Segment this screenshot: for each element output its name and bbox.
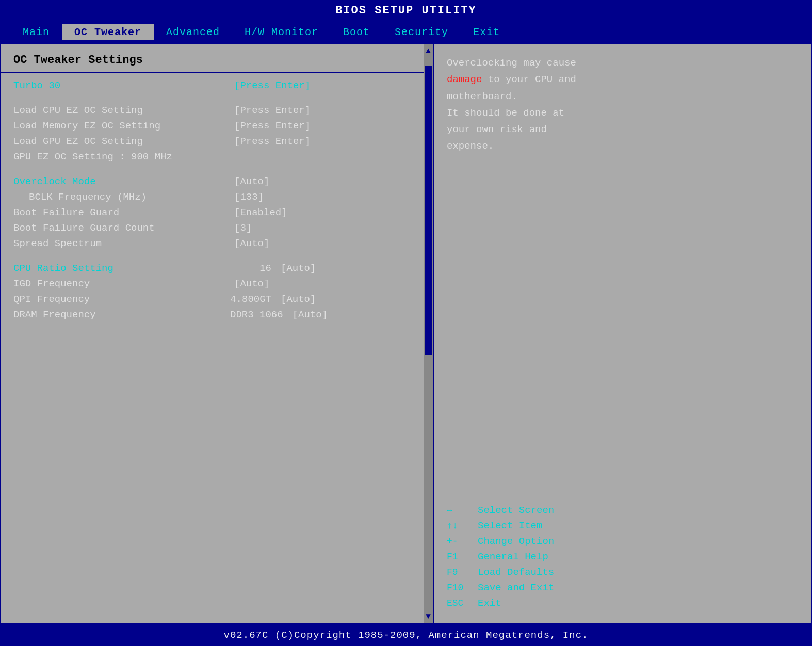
name-spread-spectrum: Spread Spectrum <box>13 238 230 249</box>
name-turbo30: Turbo 30 <box>13 80 230 91</box>
val-boot-guard: [Enabled] <box>234 207 287 218</box>
nav-boot[interactable]: Boot <box>331 24 382 40</box>
row-oc-mode[interactable]: Overclock Mode [Auto] <box>1 174 433 189</box>
extra-dram-freq: DDR3_1066 <box>230 309 283 320</box>
val-load-cpu: [Press Enter] <box>234 105 311 116</box>
val-dram-freq: [Auto] <box>293 309 328 320</box>
key-desc-select-item: Select Item <box>478 520 542 531</box>
scroll-arrow-down-icon[interactable]: ▼ <box>426 612 431 621</box>
name-gpu-ez: GPU EZ OC Setting : 900 MHz <box>13 151 230 163</box>
key-symbol-plusminus: +- <box>447 536 478 546</box>
help-red-damage: damage <box>447 74 482 85</box>
val-spread-spectrum: [Auto] <box>234 238 269 249</box>
nav-hw-monitor[interactable]: H/W Monitor <box>232 24 331 40</box>
val-igd-freq: [Auto] <box>234 278 269 289</box>
key-row-esc: ESC Exit <box>447 597 799 609</box>
scrollbar-thumb[interactable] <box>425 66 432 355</box>
help-line-4: It should be done at <box>447 107 564 119</box>
extra-qpi-freq: 4.800GT <box>230 294 271 305</box>
help-line-3: motherboard. <box>447 91 517 102</box>
nav-menu: Main OC Tweaker Advanced H/W Monitor Boo… <box>0 21 812 43</box>
key-symbol-f1: F1 <box>447 552 478 562</box>
name-oc-mode: Overclock Mode <box>13 176 230 187</box>
val-turbo30: [Press Enter] <box>234 80 311 91</box>
key-row-f9: F9 Load Defaults <box>447 567 799 578</box>
row-load-mem[interactable]: Load Memory EZ OC Setting [Press Enter] <box>1 118 433 134</box>
key-desc-select-screen: Select Screen <box>478 505 554 516</box>
name-cpu-ratio: CPU Ratio Setting <box>13 263 230 274</box>
nav-oc-tweaker[interactable]: OC Tweaker <box>62 24 154 40</box>
name-load-gpu: Load GPU EZ OC Setting <box>13 136 230 147</box>
name-load-cpu: Load CPU EZ OC Setting <box>13 105 230 116</box>
row-spread-spectrum[interactable]: Spread Spectrum [Auto] <box>1 236 433 251</box>
left-panel: OC Tweaker Settings Turbo 30 [Press Ente… <box>1 44 434 623</box>
val-load-mem: [Press Enter] <box>234 120 311 132</box>
key-legend: ↔ Select Screen ↑↓ Select Item +- Change… <box>447 505 799 613</box>
key-symbol-f9: F9 <box>447 567 478 577</box>
key-desc-f10: Save and Exit <box>478 582 554 593</box>
name-bclk: BCLK Frequency (MHz) <box>13 191 230 203</box>
extra-cpu-ratio: 16 <box>230 263 271 274</box>
spacer1 <box>1 93 433 103</box>
panel-title: OC Tweaker Settings <box>1 44 433 73</box>
val-cpu-ratio: [Auto] <box>281 263 316 274</box>
row-qpi-freq[interactable]: QPI Frequency 4.800GT [Auto] <box>1 292 433 307</box>
help-line-6: expense. <box>447 140 494 152</box>
nav-main[interactable]: Main <box>10 24 62 40</box>
row-boot-guard-count[interactable]: Boot Failure Guard Count [3] <box>1 220 433 236</box>
key-symbol-esc: ESC <box>447 598 478 608</box>
key-row-f1: F1 General Help <box>447 551 799 562</box>
key-symbol-updown: ↑↓ <box>447 521 478 531</box>
name-igd-freq: IGD Frequency <box>13 278 230 289</box>
help-text: Overclocking may cause damage to your CP… <box>447 55 799 155</box>
nav-advanced[interactable]: Advanced <box>154 24 232 40</box>
nav-exit[interactable]: Exit <box>461 24 512 40</box>
row-load-gpu[interactable]: Load GPU EZ OC Setting [Press Enter] <box>1 134 433 149</box>
right-panel: Overclocking may cause damage to your CP… <box>434 44 811 623</box>
val-load-gpu: [Press Enter] <box>234 136 311 147</box>
spacer2 <box>1 165 433 174</box>
row-bclk[interactable]: BCLK Frequency (MHz) [133] <box>1 189 433 205</box>
name-boot-guard-count: Boot Failure Guard Count <box>13 222 230 234</box>
val-qpi-freq: [Auto] <box>281 294 316 305</box>
help-line-5: your own risk and <box>447 124 547 135</box>
key-row-select-item: ↑↓ Select Item <box>447 520 799 531</box>
val-oc-mode: [Auto] <box>234 176 269 187</box>
name-dram-freq: DRAM Frequency <box>13 309 230 320</box>
key-row-select-screen: ↔ Select Screen <box>447 505 799 516</box>
nav-security[interactable]: Security <box>382 24 461 40</box>
key-desc-f9: Load Defaults <box>478 567 554 578</box>
help-line-2-post: to your CPU and <box>482 74 576 85</box>
bios-title: BIOS SETUP UTILITY <box>335 4 477 17</box>
row-igd-freq[interactable]: IGD Frequency [Auto] <box>1 276 433 292</box>
row-turbo30[interactable]: Turbo 30 [Press Enter] <box>1 78 433 93</box>
key-desc-change-option: Change Option <box>478 536 554 547</box>
footer: v02.67C (C)Copyright 1985-2009, American… <box>0 624 812 646</box>
bios-screen: BIOS SETUP UTILITY Main OC Tweaker Advan… <box>0 0 812 646</box>
row-dram-freq[interactable]: DRAM Frequency DDR3_1066 [Auto] <box>1 307 433 322</box>
scroll-arrow-up-icon[interactable]: ▲ <box>426 46 431 56</box>
main-content: OC Tweaker Settings Turbo 30 [Press Ente… <box>0 43 812 624</box>
val-boot-guard-count: [3] <box>234 222 252 234</box>
key-symbol-f10: F10 <box>447 583 478 593</box>
spacer3 <box>1 251 433 261</box>
key-desc-esc: Exit <box>478 597 501 609</box>
name-qpi-freq: QPI Frequency <box>13 294 230 305</box>
row-boot-guard[interactable]: Boot Failure Guard [Enabled] <box>1 205 433 220</box>
title-bar: BIOS SETUP UTILITY <box>0 0 812 21</box>
name-load-mem: Load Memory EZ OC Setting <box>13 120 230 132</box>
row-load-cpu[interactable]: Load CPU EZ OC Setting [Press Enter] <box>1 103 433 118</box>
key-row-f10: F10 Save and Exit <box>447 582 799 593</box>
scrollbar[interactable]: ▲ ▼ <box>424 44 433 623</box>
val-bclk: [133] <box>234 191 264 203</box>
help-line-1: Overclocking may cause <box>447 57 576 69</box>
name-boot-guard: Boot Failure Guard <box>13 207 230 218</box>
key-row-change-option: +- Change Option <box>447 536 799 547</box>
key-desc-f1: General Help <box>478 551 548 562</box>
row-cpu-ratio[interactable]: CPU Ratio Setting 16 [Auto] <box>1 261 433 276</box>
settings-list: Turbo 30 [Press Enter] Load CPU EZ OC Se… <box>1 78 433 623</box>
row-gpu-ez: GPU EZ OC Setting : 900 MHz <box>1 149 433 165</box>
footer-text: v02.67C (C)Copyright 1985-2009, American… <box>224 629 589 641</box>
key-symbol-arrows: ↔ <box>447 505 478 515</box>
